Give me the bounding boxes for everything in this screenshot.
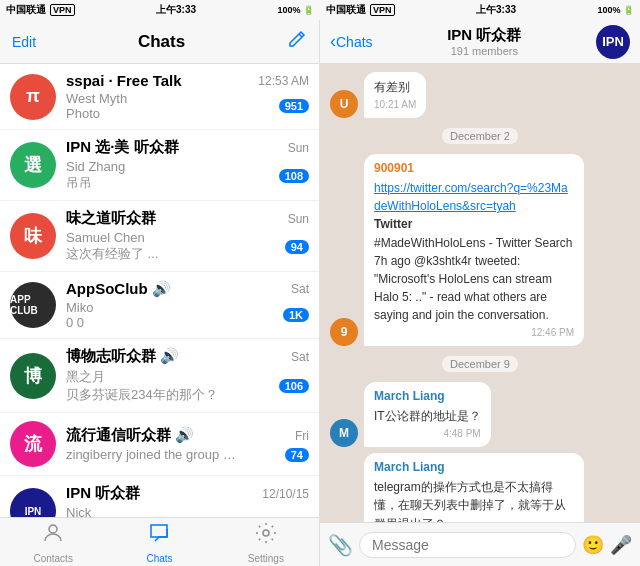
msg-text: telegram的操作方式也是不太搞得懂，在聊天列表中删掉了，就等于从群里退出了… [374,480,566,522]
left-battery: 100% 🔋 [277,5,314,15]
attach-icon[interactable]: 📎 [328,533,353,557]
message-input[interactable] [359,532,576,558]
chat-name: sspai · Free Talk [66,72,182,89]
chat-item[interactable]: IPN IPN 听众群 12/10/15 Nick 并不是 [0,476,319,517]
msg-bubble: March LiangIT公论群的地址是？4:48 PM [364,382,491,447]
chat-avatar: 選 [10,142,56,188]
chat-content: AppSoClub 🔊 Sat Miko 0 0 1K [66,280,309,330]
back-button[interactable]: ‹ Chats [330,31,373,52]
msg-bubble: 900901https://twitter.com/search?q=%23Ma… [364,154,584,346]
chat-group-title: IPN 听众群 [447,26,521,45]
chat-preview: 贝多芬诞辰234年的那个？ [66,386,236,404]
settings-icon [254,521,278,551]
left-vpn-badge: VPN [50,4,75,16]
msg-time: 12:46 PM [374,326,574,340]
chat-time: Sat [291,282,309,296]
chat-content: 博物志听众群 🔊 Sat 黑之月 贝多芬诞辰234年的那个？ 106 [66,347,309,404]
msg-avatar: U [330,90,358,118]
tab-chats[interactable]: Chats [106,518,212,566]
chat-preview: 这次有经验了 ... [66,245,236,263]
chat-item[interactable]: 博 博物志听众群 🔊 Sat 黑之月 贝多芬诞辰234年的那个？ 106 [0,339,319,413]
chat-avatar: π [10,74,56,120]
chat-sender: Samuel Chen [66,230,236,245]
compose-button[interactable] [287,29,307,54]
left-time: 上午3:33 [79,3,274,17]
msg-sender: 900901 [374,160,574,177]
date-divider: December 9 [442,356,518,372]
chat-group-members: 191 members [451,45,518,57]
bottom-tabs: Contacts Chats Settings [0,517,319,566]
chat-name: 流行通信听众群 🔊 [66,426,194,445]
chat-sender: West Myth [66,91,236,106]
message-row: 9 900901https://twitter.com/search?q=%23… [330,154,630,346]
chat-sender: 黑之月 [66,368,236,386]
right-battery: 100% 🔋 [597,5,634,15]
chat-avatar: APP CLUB [10,282,56,328]
msg-text: 有差别 [374,80,410,94]
chat-sender: Miko [66,300,236,315]
contacts-icon [41,521,65,551]
msg-avatar: 9 [330,318,358,346]
chat-content: 味之道听众群 Sun Samuel Chen 这次有经验了 ... 94 [66,209,309,263]
chat-sender: Nick [66,505,236,517]
date-divider: December 2 [442,128,518,144]
chat-name: 味之道听众群 [66,209,156,228]
tab-settings[interactable]: Settings [213,518,319,566]
chat-time: Fri [295,429,309,443]
tab-settings-label: Settings [248,553,284,564]
msg-time: 10:21 AM [374,98,416,112]
chat-time: 12:53 AM [258,74,309,88]
chat-name: IPN 选·美 听众群 [66,138,179,157]
left-carrier: 中国联通 [6,3,46,17]
unread-badge: 106 [279,379,309,393]
chat-preview: Photo [66,106,236,121]
chat-sender: zingiberry joined the group via invite l… [66,447,236,462]
chat-content: 流行通信听众群 🔊 Fri zingiberry joined the grou… [66,426,309,462]
msg-link[interactable]: https://twitter.com/search?q=%23MadeWith… [374,181,568,213]
left-header: Edit Chats [0,20,319,64]
unread-badge: 1K [283,308,309,322]
chat-list: π sspai · Free Talk 12:53 AM West Myth P… [0,64,319,517]
unread-badge: 951 [279,99,309,113]
chat-avatar: 味 [10,213,56,259]
unread-badge: 108 [279,169,309,183]
tab-contacts[interactable]: Contacts [0,518,106,566]
chat-item[interactable]: 流 流行通信听众群 🔊 Fri zingiberry joined the gr… [0,413,319,476]
unread-badge: 74 [285,448,309,462]
chat-item[interactable]: 味 味之道听众群 Sun Samuel Chen 这次有经验了 ... 94 [0,201,319,272]
chats-icon [147,521,171,551]
msg-link-label: Twitter [374,217,412,231]
right-carrier: 中国联通 [326,3,366,17]
msg-text: #MadeWithHoloLens - Twitter Search 7h ag… [374,236,573,323]
svg-point-0 [49,525,57,533]
input-right-icons: 🙂 🎤 [582,534,632,556]
chat-time: Sun [288,212,309,226]
right-time: 上午3:33 [399,3,594,17]
chat-header-info: IPN 听众群 191 members [381,26,588,57]
message-row: M March LiangIT公论群的地址是？4:48 PM [330,382,630,447]
chat-content: sspai · Free Talk 12:53 AM West Myth Pho… [66,72,309,121]
mic-icon[interactable]: 🎤 [610,534,632,556]
chat-item[interactable]: π sspai · Free Talk 12:53 AM West Myth P… [0,64,319,130]
chat-name: 博物志听众群 🔊 [66,347,179,366]
chat-avatar: 博 [10,353,56,399]
messages-area: U 有差别10:21 AM December 2 9 900901https:/… [320,64,640,522]
group-avatar[interactable]: IPN [596,25,630,59]
chat-content: IPN 听众群 12/10/15 Nick 并不是 [66,484,309,517]
tab-contacts-label: Contacts [33,553,72,564]
chat-preview: 吊吊 [66,174,236,192]
message-row: M March Liangtelegram的操作方式也是不太搞得懂，在聊天列表中… [330,453,630,522]
msg-time: 4:48 PM [374,427,481,441]
svg-point-1 [263,530,269,536]
msg-sender: March Liang [374,459,574,476]
chat-time: 12/10/15 [262,487,309,501]
right-vpn-badge: VPN [370,4,395,16]
chat-item[interactable]: APP CLUB AppSoClub 🔊 Sat Miko 0 0 1K [0,272,319,339]
chat-item[interactable]: 選 IPN 选·美 听众群 Sun Sid Zhang 吊吊 108 [0,130,319,201]
chat-time: Sat [291,350,309,364]
edit-button[interactable]: Edit [12,34,36,50]
sticker-icon[interactable]: 🙂 [582,534,604,556]
unread-badge: 94 [285,240,309,254]
chats-title: Chats [138,32,185,52]
msg-text: IT公论群的地址是？ [374,409,481,423]
